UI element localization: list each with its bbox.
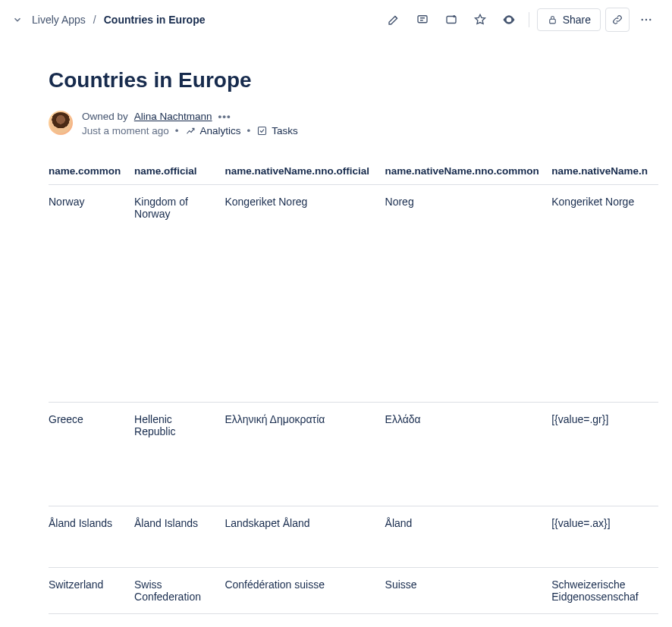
table-cell: Noreg: [385, 185, 552, 403]
countries-table: name.common name.official name.nativeNam…: [49, 158, 658, 614]
svg-rect-4: [549, 19, 555, 24]
timestamp: Just a moment ago: [82, 125, 169, 136]
topbar-actions: Share: [382, 8, 658, 32]
separator: [529, 12, 529, 27]
col-header[interactable]: name.nativeName.nno.official: [225, 158, 385, 185]
table-cell: Åland Islands: [49, 506, 134, 568]
more-button[interactable]: [634, 8, 658, 32]
table-cell: Hellenic Republic: [134, 403, 225, 506]
table-cell: Ελλάδα: [385, 403, 552, 506]
chevron-down-icon[interactable]: [11, 13, 24, 27]
star-button[interactable]: [468, 8, 492, 32]
analytics-link[interactable]: Analytics: [185, 125, 241, 136]
col-header[interactable]: name.official: [134, 158, 225, 185]
table-cell: Ελληνική Δημοκρατία: [225, 403, 385, 506]
table-cell: Swiss Confederation: [134, 568, 225, 614]
svg-point-6: [645, 19, 647, 20]
svg-point-5: [642, 19, 643, 20]
breadcrumb-current: Countries in Europe: [104, 14, 206, 26]
col-header[interactable]: name.common: [49, 158, 134, 185]
table-row: Åland IslandsÅland IslandsLandskapet Åla…: [49, 506, 658, 568]
svg-point-7: [649, 19, 651, 20]
col-header[interactable]: name.nativeName.nno.common: [385, 158, 552, 185]
table-cell: Kongeriket Norge: [551, 185, 658, 403]
owned-by-label: Owned by: [82, 111, 128, 122]
table-row: GreeceHellenic RepublicΕλληνική Δημοκρατ…: [49, 403, 658, 506]
breadcrumb-parent[interactable]: Lively Apps: [32, 14, 86, 26]
table-cell: Schweizerische Eidgenossenschaf: [551, 568, 658, 614]
owner-name[interactable]: Alina Nachtmann: [134, 111, 212, 122]
table-cell: Landskapet Åland: [225, 506, 385, 568]
breadcrumb: Lively Apps / Countries in Europe: [11, 13, 206, 27]
watch-button[interactable]: [497, 8, 521, 32]
chart-icon: [185, 125, 196, 136]
table-cell: Norway: [49, 185, 134, 403]
meta-owner-line: Owned by Alina Nachtmann •••: [82, 111, 298, 122]
page-title: Countries in Europe: [49, 68, 658, 92]
table-cell: [{value=.ax}]: [551, 506, 658, 568]
table-cell: Switzerland: [49, 568, 134, 614]
analytics-label: Analytics: [200, 125, 241, 136]
svg-rect-0: [418, 16, 427, 23]
table-cell: Confédération suisse: [225, 568, 385, 614]
table-cell: Kongeriket Noreg: [225, 185, 385, 403]
svg-rect-8: [259, 127, 266, 135]
share-label: Share: [563, 14, 591, 26]
comment-button[interactable]: [410, 8, 435, 32]
table-row: SwitzerlandSwiss ConfederationConfédérat…: [49, 568, 658, 614]
present-button[interactable]: [439, 8, 463, 32]
owner-more-icon[interactable]: •••: [218, 111, 231, 122]
copy-link-button[interactable]: [605, 8, 630, 32]
countries-table-wrap: name.common name.official name.nativeNam…: [49, 158, 658, 614]
svg-point-3: [507, 18, 510, 20]
page-content: Countries in Europe Owned by Alina Nacht…: [0, 68, 672, 627]
share-button[interactable]: Share: [537, 8, 601, 31]
meta-text: Owned by Alina Nachtmann ••• Just a mome…: [82, 111, 298, 136]
table-cell: Åland Islands: [134, 506, 225, 568]
tasks-icon: [256, 125, 268, 136]
breadcrumb-separator: /: [93, 14, 96, 26]
meta-detail-line: Just a moment ago • Analytics • Tasks: [82, 125, 298, 136]
table-row: NorwayKingdom of NorwayKongeriket NoregN…: [49, 185, 658, 403]
table-cell: Suisse: [385, 568, 552, 614]
topbar: Lively Apps / Countries in Europe Share: [0, 0, 672, 39]
col-header[interactable]: name.nativeName.n: [551, 158, 658, 185]
meta-separator: •: [175, 125, 179, 136]
meta-separator: •: [247, 125, 251, 136]
table-cell: Greece: [49, 403, 134, 506]
table-cell: [{value=.gr}]: [551, 403, 658, 506]
table-cell: Kingdom of Norway: [134, 185, 225, 403]
edit-button[interactable]: [382, 8, 406, 32]
table-header-row: name.common name.official name.nativeNam…: [49, 158, 658, 185]
page-meta: Owned by Alina Nachtmann ••• Just a mome…: [49, 111, 658, 136]
table-cell: Åland: [385, 506, 552, 568]
avatar[interactable]: [49, 111, 73, 135]
tasks-label: Tasks: [272, 125, 298, 136]
svg-point-2: [453, 16, 454, 17]
tasks-link[interactable]: Tasks: [256, 125, 298, 136]
